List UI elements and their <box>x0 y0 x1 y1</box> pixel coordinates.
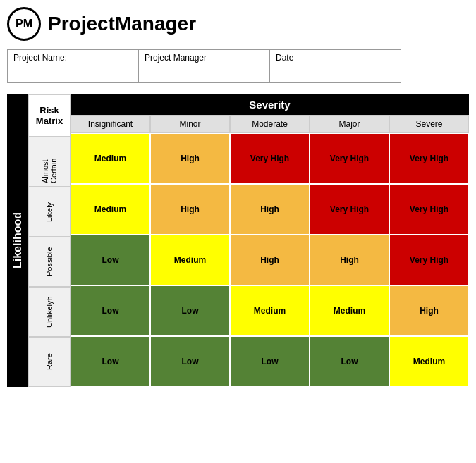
logo: PM <box>7 7 41 41</box>
row-label-0: Almost Certain <box>28 137 71 187</box>
app-title: ProjectManager <box>48 13 196 35</box>
grid-row-1: MediumHighHighVery HighVery High <box>71 184 469 235</box>
logo-text: PM <box>16 18 32 30</box>
date-input <box>276 69 395 80</box>
grid-row-4: LowLowLowLowMedium <box>71 336 469 387</box>
project-name-label: Project Name: <box>8 50 139 66</box>
grid-row-2: LowMediumHighHighVery High <box>71 235 469 285</box>
cell-2-3: High <box>310 235 389 285</box>
project-info-table: Project Name: Project Manager Date <box>7 49 401 83</box>
header: PM ProjectManager <box>7 7 469 41</box>
date-value[interactable] <box>270 66 401 83</box>
cell-3-3: Medium <box>310 285 389 336</box>
grid-row-0: MediumHighVery HighVery HighVery High <box>71 133 469 184</box>
grid-row-3: LowLowMediumMediumHigh <box>71 285 469 336</box>
cell-3-2: Medium <box>230 285 310 336</box>
col-header-4: Severe <box>389 115 469 133</box>
cell-4-3: Low <box>310 336 389 387</box>
cell-2-4: Very High <box>389 235 469 285</box>
left-panel: Risk Matrix Almost CertainLikelyPossible… <box>28 94 71 387</box>
cell-0-1: High <box>150 133 230 184</box>
cell-3-0: Low <box>71 285 150 336</box>
col-header-0: Insignificant <box>71 115 150 133</box>
cell-2-2: High <box>230 235 310 285</box>
cell-1-0: Medium <box>71 184 150 235</box>
cell-0-3: Very High <box>310 133 389 184</box>
likelihood-label: Likelihood <box>7 94 28 387</box>
row-labels: Almost CertainLikelyPossibleUnlikelyhRar… <box>28 137 71 387</box>
col-header-2: Moderate <box>230 115 310 133</box>
cell-1-4: Very High <box>389 184 469 235</box>
cell-1-1: High <box>150 184 230 235</box>
cell-4-2: Low <box>230 336 310 387</box>
project-manager-value[interactable] <box>139 66 270 83</box>
project-name-value[interactable] <box>8 66 139 83</box>
cell-4-4: Medium <box>389 336 469 387</box>
row-label-3: Unlikelyh <box>28 287 71 337</box>
project-manager-input <box>145 69 264 80</box>
cell-0-0: Medium <box>71 133 150 184</box>
cell-3-4: High <box>389 285 469 336</box>
severity-header: Severity <box>71 94 469 115</box>
cell-1-2: High <box>230 184 310 235</box>
col-header-3: Major <box>310 115 389 133</box>
row-label-2: Possible <box>28 237 71 287</box>
risk-matrix: Likelihood Risk Matrix Almost CertainLik… <box>7 94 469 387</box>
cell-0-4: Very High <box>389 133 469 184</box>
cell-1-3: Very High <box>310 184 389 235</box>
cell-4-1: Low <box>150 336 230 387</box>
cell-2-1: Medium <box>150 235 230 285</box>
cell-0-2: Very High <box>230 133 310 184</box>
row-label-1: Likely <box>28 187 71 237</box>
project-manager-label: Project Manager <box>139 50 270 66</box>
date-label: Date <box>270 50 401 66</box>
cell-3-1: Low <box>150 285 230 336</box>
risk-matrix-label: Risk Matrix <box>28 94 71 137</box>
col-header-1: Minor <box>150 115 230 133</box>
grid-panel: Severity InsignificantMinorModerateMajor… <box>71 94 469 387</box>
cell-2-0: Low <box>71 235 150 285</box>
col-headers: InsignificantMinorModerateMajorSevere <box>71 115 469 133</box>
grid-rows: MediumHighVery HighVery HighVery HighMed… <box>71 133 469 387</box>
project-name-input <box>13 69 133 80</box>
row-label-4: Rare <box>28 337 71 387</box>
cell-4-0: Low <box>71 336 150 387</box>
